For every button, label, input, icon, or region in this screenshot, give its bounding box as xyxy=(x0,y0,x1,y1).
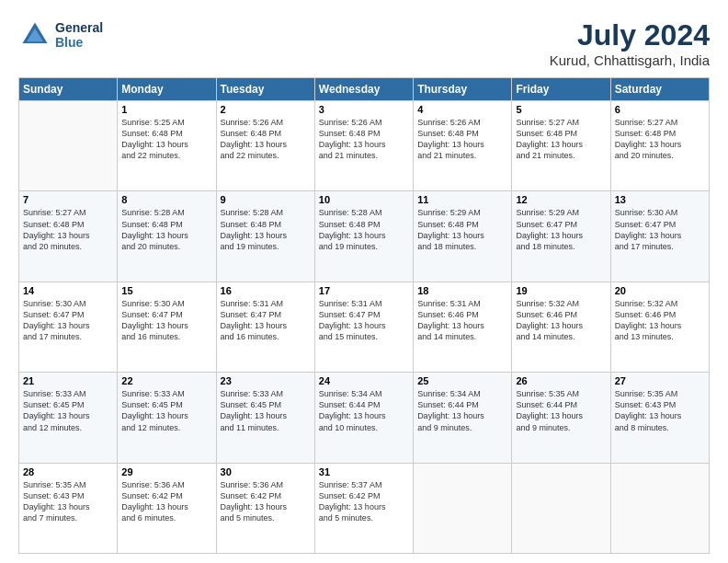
day-info: Sunrise: 5:28 AM Sunset: 6:48 PM Dayligh… xyxy=(121,207,211,252)
calendar-cell xyxy=(512,463,610,553)
day-number: 9 xyxy=(221,194,311,205)
day-number: 15 xyxy=(121,285,211,296)
day-info: Sunrise: 5:31 AM Sunset: 6:46 PM Dayligh… xyxy=(417,298,507,343)
weekday-header: Wednesday xyxy=(314,78,413,101)
weekday-header: Monday xyxy=(118,78,216,101)
day-number: 21 xyxy=(23,375,113,386)
calendar-cell: 17Sunrise: 5:31 AM Sunset: 6:47 PM Dayli… xyxy=(314,282,413,372)
day-info: Sunrise: 5:34 AM Sunset: 6:44 PM Dayligh… xyxy=(319,388,409,433)
weekday-header: Thursday xyxy=(414,78,512,101)
calendar-cell: 21Sunrise: 5:33 AM Sunset: 6:45 PM Dayli… xyxy=(19,373,118,463)
day-number: 8 xyxy=(121,194,211,205)
day-info: Sunrise: 5:25 AM Sunset: 6:48 PM Dayligh… xyxy=(121,117,211,162)
calendar-week-row: 21Sunrise: 5:33 AM Sunset: 6:45 PM Dayli… xyxy=(19,373,710,463)
calendar-cell: 6Sunrise: 5:27 AM Sunset: 6:48 PM Daylig… xyxy=(610,101,709,191)
calendar-cell: 15Sunrise: 5:30 AM Sunset: 6:47 PM Dayli… xyxy=(118,282,216,372)
logo-icon xyxy=(18,18,51,52)
day-info: Sunrise: 5:29 AM Sunset: 6:48 PM Dayligh… xyxy=(417,207,507,252)
day-number: 25 xyxy=(417,375,507,386)
calendar-cell: 12Sunrise: 5:29 AM Sunset: 6:47 PM Dayli… xyxy=(512,191,610,282)
day-number: 18 xyxy=(417,285,507,296)
title-block: July 2024 Kurud, Chhattisgarh, India xyxy=(550,18,710,68)
day-info: Sunrise: 5:26 AM Sunset: 6:48 PM Dayligh… xyxy=(319,117,409,162)
day-info: Sunrise: 5:29 AM Sunset: 6:47 PM Dayligh… xyxy=(516,207,606,252)
calendar-cell xyxy=(19,101,118,191)
calendar-cell: 5Sunrise: 5:27 AM Sunset: 6:48 PM Daylig… xyxy=(512,101,610,191)
calendar-cell: 16Sunrise: 5:31 AM Sunset: 6:47 PM Dayli… xyxy=(216,282,314,372)
location: Kurud, Chhattisgarh, India xyxy=(550,52,710,68)
calendar-cell: 11Sunrise: 5:29 AM Sunset: 6:48 PM Dayli… xyxy=(414,191,512,282)
calendar-cell: 30Sunrise: 5:36 AM Sunset: 6:42 PM Dayli… xyxy=(216,463,314,553)
day-info: Sunrise: 5:35 AM Sunset: 6:43 PM Dayligh… xyxy=(615,388,705,433)
logo-text: General Blue xyxy=(55,20,103,50)
page: General Blue July 2024 Kurud, Chhattisga… xyxy=(0,0,728,563)
day-number: 10 xyxy=(319,194,409,205)
day-info: Sunrise: 5:34 AM Sunset: 6:44 PM Dayligh… xyxy=(417,388,507,433)
day-number: 14 xyxy=(23,285,113,296)
calendar-cell: 4Sunrise: 5:26 AM Sunset: 6:48 PM Daylig… xyxy=(414,101,512,191)
day-number: 16 xyxy=(221,285,311,296)
day-number: 4 xyxy=(417,104,507,115)
day-info: Sunrise: 5:30 AM Sunset: 6:47 PM Dayligh… xyxy=(23,298,113,343)
day-info: Sunrise: 5:27 AM Sunset: 6:48 PM Dayligh… xyxy=(615,117,705,162)
weekday-header: Friday xyxy=(512,78,610,101)
calendar-week-row: 7Sunrise: 5:27 AM Sunset: 6:48 PM Daylig… xyxy=(19,191,710,282)
calendar-cell: 22Sunrise: 5:33 AM Sunset: 6:45 PM Dayli… xyxy=(118,373,216,463)
day-number: 22 xyxy=(121,375,211,386)
day-info: Sunrise: 5:27 AM Sunset: 6:48 PM Dayligh… xyxy=(516,117,606,162)
calendar-cell: 7Sunrise: 5:27 AM Sunset: 6:48 PM Daylig… xyxy=(19,191,118,282)
calendar-cell xyxy=(610,463,709,553)
day-number: 11 xyxy=(417,194,507,205)
calendar-cell: 14Sunrise: 5:30 AM Sunset: 6:47 PM Dayli… xyxy=(19,282,118,372)
calendar-cell: 29Sunrise: 5:36 AM Sunset: 6:42 PM Dayli… xyxy=(118,463,216,553)
day-number: 5 xyxy=(516,104,606,115)
day-info: Sunrise: 5:36 AM Sunset: 6:42 PM Dayligh… xyxy=(221,479,311,524)
day-number: 29 xyxy=(121,466,211,477)
calendar-table: SundayMondayTuesdayWednesdayThursdayFrid… xyxy=(18,77,710,554)
day-info: Sunrise: 5:35 AM Sunset: 6:44 PM Dayligh… xyxy=(516,388,606,433)
day-number: 13 xyxy=(615,194,705,205)
day-number: 1 xyxy=(121,104,211,115)
header: General Blue July 2024 Kurud, Chhattisga… xyxy=(18,18,710,68)
day-info: Sunrise: 5:37 AM Sunset: 6:42 PM Dayligh… xyxy=(319,479,409,524)
day-number: 6 xyxy=(615,104,705,115)
calendar-cell: 25Sunrise: 5:34 AM Sunset: 6:44 PM Dayli… xyxy=(414,373,512,463)
day-number: 17 xyxy=(319,285,409,296)
day-info: Sunrise: 5:26 AM Sunset: 6:48 PM Dayligh… xyxy=(221,117,311,162)
day-info: Sunrise: 5:32 AM Sunset: 6:46 PM Dayligh… xyxy=(516,298,606,343)
calendar-week-row: 1Sunrise: 5:25 AM Sunset: 6:48 PM Daylig… xyxy=(19,101,710,191)
day-info: Sunrise: 5:28 AM Sunset: 6:48 PM Dayligh… xyxy=(221,207,311,252)
calendar-cell: 23Sunrise: 5:33 AM Sunset: 6:45 PM Dayli… xyxy=(216,373,314,463)
month-year: July 2024 xyxy=(550,18,710,52)
calendar-cell: 24Sunrise: 5:34 AM Sunset: 6:44 PM Dayli… xyxy=(314,373,413,463)
day-number: 24 xyxy=(319,375,409,386)
day-info: Sunrise: 5:28 AM Sunset: 6:48 PM Dayligh… xyxy=(319,207,409,252)
day-number: 7 xyxy=(23,194,113,205)
calendar-cell xyxy=(414,463,512,553)
day-number: 2 xyxy=(221,104,311,115)
day-info: Sunrise: 5:33 AM Sunset: 6:45 PM Dayligh… xyxy=(121,388,211,433)
day-info: Sunrise: 5:30 AM Sunset: 6:47 PM Dayligh… xyxy=(121,298,211,343)
weekday-header: Sunday xyxy=(19,78,118,101)
calendar-cell: 3Sunrise: 5:26 AM Sunset: 6:48 PM Daylig… xyxy=(314,101,413,191)
day-info: Sunrise: 5:36 AM Sunset: 6:42 PM Dayligh… xyxy=(121,479,211,524)
weekday-header: Saturday xyxy=(610,78,709,101)
day-info: Sunrise: 5:30 AM Sunset: 6:47 PM Dayligh… xyxy=(615,207,705,252)
calendar-cell: 13Sunrise: 5:30 AM Sunset: 6:47 PM Dayli… xyxy=(610,191,709,282)
calendar-cell: 20Sunrise: 5:32 AM Sunset: 6:46 PM Dayli… xyxy=(610,282,709,372)
day-info: Sunrise: 5:35 AM Sunset: 6:43 PM Dayligh… xyxy=(23,479,113,524)
calendar-cell: 28Sunrise: 5:35 AM Sunset: 6:43 PM Dayli… xyxy=(19,463,118,553)
day-info: Sunrise: 5:32 AM Sunset: 6:46 PM Dayligh… xyxy=(615,298,705,343)
day-info: Sunrise: 5:33 AM Sunset: 6:45 PM Dayligh… xyxy=(23,388,113,433)
day-number: 23 xyxy=(221,375,311,386)
day-info: Sunrise: 5:27 AM Sunset: 6:48 PM Dayligh… xyxy=(23,207,113,252)
calendar-cell: 1Sunrise: 5:25 AM Sunset: 6:48 PM Daylig… xyxy=(118,101,216,191)
calendar-header-row: SundayMondayTuesdayWednesdayThursdayFrid… xyxy=(19,78,710,101)
day-number: 26 xyxy=(516,375,606,386)
day-info: Sunrise: 5:31 AM Sunset: 6:47 PM Dayligh… xyxy=(221,298,311,343)
logo: General Blue xyxy=(18,18,103,52)
calendar-cell: 26Sunrise: 5:35 AM Sunset: 6:44 PM Dayli… xyxy=(512,373,610,463)
calendar-cell: 10Sunrise: 5:28 AM Sunset: 6:48 PM Dayli… xyxy=(314,191,413,282)
calendar-cell: 8Sunrise: 5:28 AM Sunset: 6:48 PM Daylig… xyxy=(118,191,216,282)
day-number: 3 xyxy=(319,104,409,115)
